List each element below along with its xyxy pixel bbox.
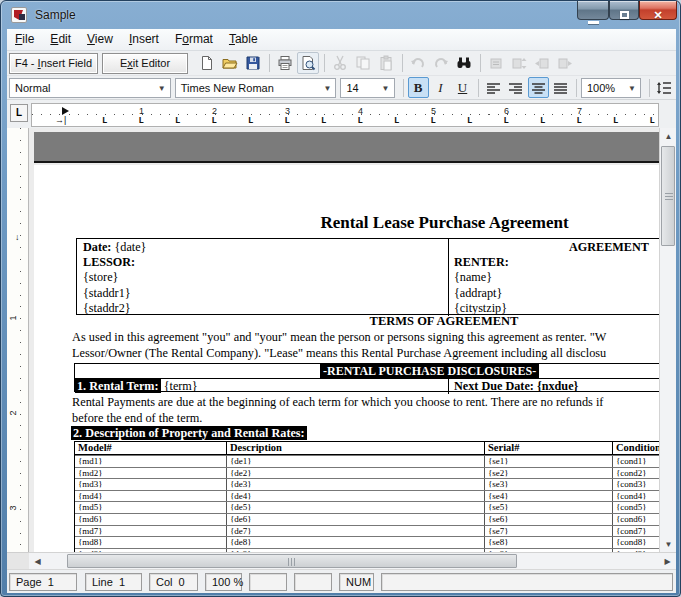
- underline-button[interactable]: U: [452, 77, 473, 98]
- italic-button[interactable]: I: [430, 77, 451, 98]
- items-header-cell: Model#: [75, 442, 227, 454]
- vertical-scroll-thumb[interactable]: [661, 146, 675, 246]
- justify-icon: [554, 82, 567, 94]
- align-left-button[interactable]: [483, 77, 504, 98]
- rental-term-row: 1. Rental Term: {term} Next Due Date: {n…: [75, 378, 659, 393]
- new-document-icon[interactable]: [196, 52, 218, 74]
- field-box-right-icon[interactable]: [554, 52, 576, 74]
- tab-stop-marker[interactable]: L: [175, 117, 180, 126]
- items-cell: {cond3}: [613, 479, 659, 490]
- align-center-button[interactable]: [528, 77, 549, 98]
- tab-stop-marker[interactable]: L: [431, 117, 436, 126]
- tab-stop-marker[interactable]: L: [358, 117, 363, 126]
- tab-stop-marker[interactable]: L: [540, 117, 545, 126]
- menu-item-format[interactable]: Format: [167, 29, 221, 51]
- status-line: Line 1: [85, 573, 142, 591]
- items-cell: {se2}: [485, 468, 613, 479]
- print-icon[interactable]: [274, 52, 296, 74]
- horizontal-scroll-thumb[interactable]: [67, 554, 517, 568]
- items-cell: {cond4}: [613, 491, 659, 502]
- tab-stop-marker[interactable]: L: [613, 117, 618, 126]
- items-cell: {de3}: [227, 479, 485, 490]
- tab-stop-marker[interactable]: L: [139, 117, 144, 126]
- field-box-icon[interactable]: [485, 52, 507, 74]
- menu-item-edit[interactable]: Edit: [42, 29, 79, 51]
- tab-stop-marker[interactable]: L: [650, 117, 655, 126]
- items-header-row: Model#DescriptionSerial#Condition: [75, 442, 659, 455]
- rental-paragraph: Rental Payments are due at the beginning…: [72, 394, 603, 426]
- close-button[interactable]: ✕: [639, 1, 677, 20]
- items-cell: {se1}: [485, 456, 613, 467]
- style-select[interactable]: Normal▼: [9, 78, 171, 98]
- top-margin-marker[interactable]: ↓: [15, 232, 20, 242]
- save-icon[interactable]: [242, 52, 264, 74]
- margin-arrow-icon[interactable]: →|: [55, 116, 66, 125]
- vertical-ruler[interactable]: ↓ 123: [7, 128, 29, 552]
- tab-stop-marker[interactable]: L: [504, 117, 509, 126]
- line-spacing-button[interactable]: [654, 77, 675, 98]
- property-heading: 2. Description of Property and Rental Ra…: [71, 426, 307, 441]
- redo-icon[interactable]: [430, 52, 452, 74]
- disclosures-box: -RENTAL PURCHASE DISCLOSURES- 1. Rental …: [74, 363, 659, 392]
- tab-stop-marker[interactable]: L: [577, 117, 582, 126]
- scroll-up-button[interactable]: ▲: [660, 128, 677, 144]
- tab-stop-marker[interactable]: L: [467, 117, 472, 126]
- document-viewport[interactable]: Rental Lease Purchase Agreement Date: {d…: [29, 128, 659, 552]
- tab-type-button[interactable]: L: [10, 104, 28, 122]
- horizontal-ruler[interactable]: →| 1234567LLLLLLLLLLLLLLLL: [31, 103, 659, 127]
- menu-item-file[interactable]: File: [7, 29, 42, 51]
- vertical-scrollbar[interactable]: ▲ ▼: [659, 128, 676, 552]
- paste-icon[interactable]: [375, 52, 397, 74]
- minimize-button[interactable]: [577, 1, 609, 20]
- items-cell: {cond5}: [613, 502, 659, 513]
- close-icon: ✕: [653, 9, 662, 22]
- items-cell: {md2}: [75, 468, 227, 479]
- open-folder-icon[interactable]: [219, 52, 241, 74]
- items-cell: {se4}: [485, 491, 613, 502]
- items-row: {md3}{de3}{se3}{cond3}: [75, 478, 659, 490]
- horizontal-scrollbar[interactable]: ◀ ▶: [29, 552, 676, 569]
- scroll-down-button[interactable]: ▼: [660, 536, 677, 552]
- font-size-select[interactable]: 14▼: [340, 78, 394, 98]
- scroll-left-button[interactable]: ◀: [29, 553, 46, 569]
- line-spacing-icon: [657, 82, 671, 94]
- field-box-up-down-icon[interactable]: [508, 52, 530, 74]
- menu-item-view[interactable]: View: [79, 29, 121, 51]
- align-left-icon: [487, 82, 500, 94]
- zoom-select[interactable]: 100%▼: [581, 78, 641, 98]
- items-row: {md8}{de8}{se8}{cond8}: [75, 536, 659, 548]
- insert-field-button[interactable]: F4 - Insert Field: [9, 53, 98, 74]
- items-cell: {cond1}: [613, 456, 659, 467]
- menu-item-table[interactable]: Table: [221, 29, 266, 51]
- title-bar[interactable]: Sample ✕: [1, 1, 680, 29]
- tab-stop-marker[interactable]: L: [394, 117, 399, 126]
- bold-button[interactable]: B: [408, 77, 429, 98]
- format-toolbar: Normal▼ Times New Roman▼ 14▼ B I U 100%▼: [7, 76, 676, 100]
- field-box-left-icon[interactable]: [531, 52, 553, 74]
- exit-editor-button[interactable]: Exit Editor: [102, 53, 188, 74]
- justify-button[interactable]: [550, 77, 571, 98]
- ruler-number: 6: [504, 106, 509, 116]
- tab-stop-marker[interactable]: L: [102, 117, 107, 126]
- font-select[interactable]: Times New Roman▼: [175, 78, 337, 98]
- page-top-margin-band: [34, 132, 659, 163]
- maximize-button[interactable]: [609, 1, 639, 20]
- status-zoom: 100 %: [205, 573, 242, 591]
- align-right-button[interactable]: [505, 77, 526, 98]
- renter-cell: AGREEMENT RENTER: {name} {addrapt} {city…: [448, 239, 659, 316]
- indent-marker[interactable]: [62, 107, 69, 115]
- tab-stop-marker[interactable]: L: [212, 117, 217, 126]
- undo-icon[interactable]: [407, 52, 429, 74]
- tab-stop-marker[interactable]: L: [321, 117, 326, 126]
- find-icon[interactable]: [453, 52, 475, 74]
- copy-icon[interactable]: [352, 52, 374, 74]
- menu-bar: FileEditViewInsertFormatTable: [7, 29, 676, 51]
- scroll-right-button[interactable]: ▶: [659, 553, 676, 569]
- menu-item-insert[interactable]: Insert: [121, 29, 167, 51]
- tab-stop-marker[interactable]: L: [248, 117, 253, 126]
- tab-stop-marker[interactable]: L: [285, 117, 290, 126]
- cut-icon[interactable]: [329, 52, 351, 74]
- doc-title: Rental Lease Purchase Agreement: [302, 213, 587, 233]
- print-preview-icon[interactable]: [297, 52, 319, 74]
- window-client-area: FileEditViewInsertFormatTable F4 - Inser…: [7, 29, 676, 593]
